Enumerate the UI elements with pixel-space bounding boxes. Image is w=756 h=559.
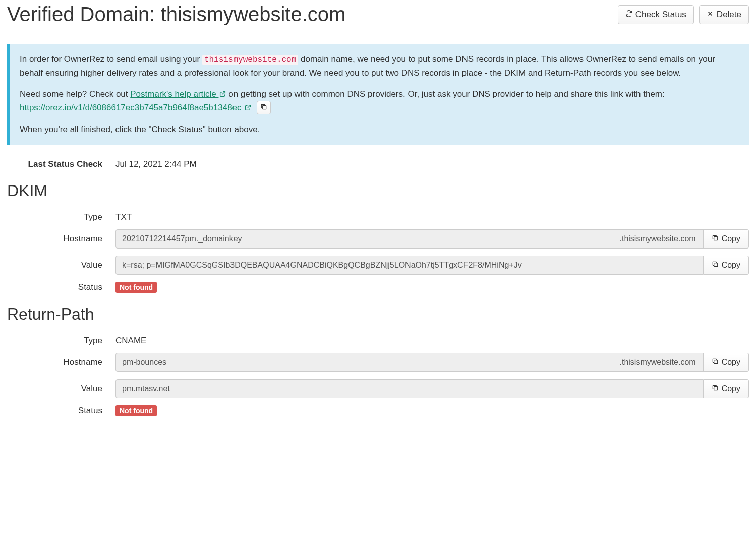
copy-icon xyxy=(260,103,267,112)
type-label: Type xyxy=(7,212,115,222)
check-status-label: Check Status xyxy=(635,10,686,20)
postmark-help-link[interactable]: Postmark's help article xyxy=(130,89,226,99)
dkim-hostname-suffix: .thisismywebsite.com xyxy=(612,229,703,249)
delete-button[interactable]: Delete xyxy=(699,5,749,24)
copy-link-button[interactable] xyxy=(257,101,271,114)
dkim-value-row: Value k=rsa; p=MIGfMA0GCSqGSIb3DQEBAQUAA… xyxy=(7,256,749,275)
dkim-status-row: Status Not found xyxy=(7,282,749,293)
svg-rect-3 xyxy=(714,360,717,364)
copy-label: Copy xyxy=(722,261,740,270)
type-label: Type xyxy=(7,336,115,346)
refresh-icon xyxy=(625,10,632,20)
copy-icon xyxy=(712,358,719,367)
header-actions: Check Status Delete xyxy=(618,5,749,24)
copy-dkim-hostname-button[interactable]: Copy xyxy=(704,229,749,249)
rp-hostname-suffix: .thisismywebsite.com xyxy=(612,353,703,372)
rp-type-row: Type CNAME xyxy=(7,336,749,346)
svg-rect-0 xyxy=(263,106,266,109)
copy-label: Copy xyxy=(722,234,740,243)
value-label: Value xyxy=(7,384,115,394)
status-label: Status xyxy=(7,282,115,292)
rp-hostname-row: Hostname pm-bounces .thisismywebsite.com… xyxy=(7,353,749,372)
status-badge: Not found xyxy=(115,282,157,293)
info-alert: In order for OwnerRez to send email usin… xyxy=(7,44,749,145)
link-text: https://orez.io/v1/d/6086617ec3b745a7b96… xyxy=(20,103,244,112)
rp-type-value: CNAME xyxy=(115,336,749,346)
external-link-icon xyxy=(219,88,226,95)
last-status-value: Jul 12, 2021 2:44 PM xyxy=(115,159,749,169)
dkim-type-row: Type TXT xyxy=(7,212,749,222)
rp-status-row: Status Not found xyxy=(7,405,749,416)
dkim-hostname-field: 20210712214457pm._domainkey xyxy=(115,229,612,249)
copy-icon xyxy=(712,234,719,243)
copy-label: Copy xyxy=(722,358,740,367)
alert-paragraph-2: Need some help? Check out Postmark's hel… xyxy=(20,88,739,115)
link-text: Postmark's help article xyxy=(130,89,218,99)
copy-rp-hostname-button[interactable]: Copy xyxy=(704,353,749,372)
dkim-value-field: k=rsa; p=MIGfMA0GCSqGSIb3DQEBAQUAA4GNADC… xyxy=(115,256,704,275)
copy-label: Copy xyxy=(722,384,740,393)
hostname-label: Hostname xyxy=(7,234,115,244)
copy-rp-value-button[interactable]: Copy xyxy=(704,379,749,398)
dkim-hostname-row: Hostname 20210712214457pm._domainkey .th… xyxy=(7,229,749,249)
rp-value-field: pm.mtasv.net xyxy=(115,379,704,398)
svg-rect-1 xyxy=(714,237,717,240)
copy-icon xyxy=(712,384,719,393)
rp-value-row: Value pm.mtasv.net Copy xyxy=(7,379,749,398)
external-link-icon xyxy=(245,102,251,108)
status-label: Status xyxy=(7,406,115,416)
alert-text: on getting set up with common DNS provid… xyxy=(226,89,664,99)
page-title: Verified Domain: thisismywebsite.com xyxy=(7,3,345,26)
share-link[interactable]: https://orez.io/v1/d/6086617ec3b745a7b96… xyxy=(20,103,251,112)
copy-icon xyxy=(712,261,719,270)
value-label: Value xyxy=(7,260,115,270)
alert-text: Need some help? Check out xyxy=(20,89,130,99)
dkim-type-value: TXT xyxy=(115,212,749,222)
last-status-row: Last Status Check Jul 12, 2021 2:44 PM xyxy=(7,159,749,169)
hostname-label: Hostname xyxy=(7,357,115,367)
page-header: Verified Domain: thisismywebsite.com Che… xyxy=(7,0,749,31)
alert-text: In order for OwnerRez to send email usin… xyxy=(20,54,202,64)
domain-code: thisismywebsite.com xyxy=(202,55,298,65)
svg-rect-4 xyxy=(714,387,717,390)
close-icon xyxy=(707,10,714,20)
alert-paragraph-1: In order for OwnerRez to send email usin… xyxy=(20,53,739,80)
rp-hostname-field: pm-bounces xyxy=(115,353,612,372)
status-badge: Not found xyxy=(115,405,157,416)
dkim-heading: DKIM xyxy=(7,181,749,200)
check-status-button[interactable]: Check Status xyxy=(618,5,694,24)
delete-label: Delete xyxy=(717,10,741,20)
copy-dkim-value-button[interactable]: Copy xyxy=(704,256,749,275)
last-status-label: Last Status Check xyxy=(7,159,115,169)
alert-paragraph-3: When you're all finished, click the "Che… xyxy=(20,123,739,136)
return-path-heading: Return-Path xyxy=(7,305,749,324)
svg-rect-2 xyxy=(714,263,717,267)
